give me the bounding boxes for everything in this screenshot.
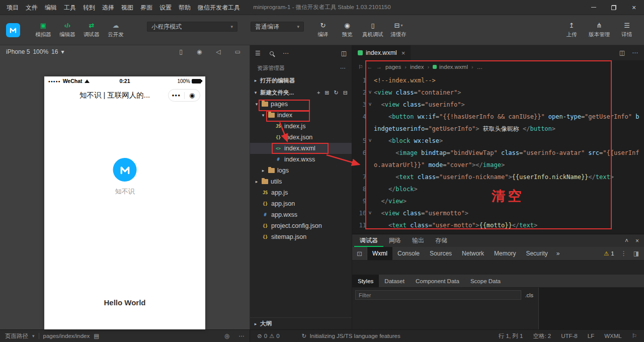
breadcrumb-item-…[interactable]: … xyxy=(477,64,483,70)
status-item[interactable]: LF xyxy=(588,333,594,339)
tree-item-index.json[interactable]: {}index.json xyxy=(250,132,352,143)
simulator-button[interactable]: ▣模拟器 xyxy=(32,19,54,42)
menu-item-视图[interactable]: 视图 xyxy=(118,0,137,15)
kebab-menu-icon[interactable]: ⋮ xyxy=(621,250,627,257)
collapse-all-icon[interactable]: ⊟ xyxy=(343,90,348,96)
preview-button[interactable]: ◉预览 xyxy=(336,19,358,42)
menu-item-文件[interactable]: 文件 xyxy=(22,0,41,15)
devtools-tab-sources[interactable]: Sources xyxy=(425,247,457,260)
device-selector[interactable]: iPhone 5 100% 16 ▾ xyxy=(6,48,64,55)
compile-button[interactable]: ↻编译 xyxy=(312,19,334,42)
problems-indicator[interactable]: ⊘ 0 ⚠ 0 xyxy=(257,332,280,339)
close-button[interactable]: × xyxy=(624,0,644,15)
refresh-icon[interactable]: ↻ xyxy=(334,90,339,96)
message-icon[interactable]: ▭ xyxy=(235,48,240,55)
status-item[interactable]: 空格: 2 xyxy=(533,332,551,340)
page-path-label[interactable]: 页面路径 xyxy=(5,332,28,340)
copy-path-icon[interactable]: ▤ xyxy=(94,332,99,339)
clear-cache-button[interactable]: ⊟▾清缓存 xyxy=(387,19,410,42)
menu-item-转到[interactable]: 转到 xyxy=(79,0,99,15)
version-manage-button[interactable]: ⋔版本管理 xyxy=(587,19,612,42)
tree-item-app.wxss[interactable]: #app.wxss xyxy=(250,209,352,220)
tree-item-pages[interactable]: ▾pages xyxy=(250,99,352,110)
devtools-tab-wxml[interactable]: Wxml xyxy=(367,247,392,260)
menu-item-项目[interactable]: 项目 xyxy=(3,0,22,15)
record-icon[interactable]: ◉ xyxy=(197,48,202,55)
tree-item-utils[interactable]: ▸utils xyxy=(250,176,352,187)
menu-item-编辑[interactable]: 编辑 xyxy=(41,0,60,15)
details-button[interactable]: ☰详情 xyxy=(616,19,638,42)
project-section[interactable]: ▾ 新建文件夹... + ⊞ ↻ ⊟ xyxy=(250,87,352,99)
menu-item-设置[interactable]: 设置 xyxy=(156,0,175,15)
styles-filter-input[interactable] xyxy=(355,290,521,300)
tree-item-sitemap.json[interactable]: {}sitemap.json xyxy=(250,231,352,242)
tree-item-app.json[interactable]: {}app.json xyxy=(250,198,352,209)
split-editor-icon[interactable]: ◫ xyxy=(619,49,625,56)
cloud-dev-button[interactable]: ☁云开发 xyxy=(105,19,127,42)
breadcrumb-item-pages[interactable]: pages xyxy=(385,64,401,70)
debugger-tab-网络[interactable]: 网络 xyxy=(383,234,407,247)
new-folder-icon[interactable]: ⊞ xyxy=(325,90,329,96)
tree-item-index.js[interactable]: JSindex.js xyxy=(250,121,352,132)
menu-item-选择[interactable]: 选择 xyxy=(99,0,118,15)
code-editor[interactable]: 1<!--index.wxml-->2˅<view class="contain… xyxy=(352,73,644,234)
tree-item-index[interactable]: ▾index xyxy=(250,110,352,121)
mode-select[interactable]: 小程序模式 ▾ xyxy=(147,22,237,32)
new-file-icon[interactable]: + xyxy=(317,90,320,96)
tree-item-project.config.json[interactable]: {}project.config.json xyxy=(250,220,352,231)
debugger-tab-输出[interactable]: 输出 xyxy=(407,234,430,247)
restore-button[interactable] xyxy=(604,0,624,15)
subtab-dataset[interactable]: Dataset xyxy=(379,275,410,287)
more-icon[interactable]: ⋯ xyxy=(239,332,245,339)
tree-item-index.wxss[interactable]: #index.wxss xyxy=(250,154,352,165)
tree-item-index.wxml[interactable]: <>index.wxml xyxy=(250,143,352,154)
alert-icon[interactable]: ⚐ xyxy=(632,332,637,339)
close-tab-icon[interactable]: × xyxy=(401,49,406,57)
open-editors-section[interactable]: ▸ 打开的编辑器 xyxy=(250,74,352,87)
upload-button[interactable]: ↥上传 xyxy=(560,19,583,42)
minimize-button[interactable] xyxy=(584,0,604,15)
status-item[interactable]: WXML xyxy=(604,333,622,339)
subtab-styles[interactable]: Styles xyxy=(352,275,379,287)
devtools-tab-console[interactable]: Console xyxy=(392,247,425,260)
debugger-button[interactable]: ⇄调试器 xyxy=(80,19,103,42)
list-icon[interactable]: ☰ xyxy=(255,50,261,57)
rotate-device-icon[interactable]: ▯ xyxy=(179,48,183,55)
dock-side-icon[interactable]: ◨ xyxy=(633,250,639,257)
debugger-tab-存储[interactable]: 存储 xyxy=(430,234,453,247)
editor-button[interactable]: ‹/›编辑器 xyxy=(56,19,78,42)
menu-item-帮助[interactable]: 帮助 xyxy=(175,0,194,15)
close-panel-icon[interactable]: × xyxy=(635,237,639,244)
menu-item-微信开发者工具[interactable]: 微信开发者工具 xyxy=(194,0,244,15)
more-actions-icon[interactable]: ⋯ xyxy=(632,49,638,56)
search-icon[interactable] xyxy=(270,51,274,55)
visibility-icon[interactable]: ◎ xyxy=(224,332,229,339)
devtools-tab-memory[interactable]: Memory xyxy=(489,247,521,260)
subtab-scope-data[interactable]: Scope Data xyxy=(465,275,506,287)
home-icon[interactable]: ◉ xyxy=(185,92,200,99)
more-menu-icon[interactable]: ●●● xyxy=(169,93,184,98)
overflow-tabs-icon[interactable]: » xyxy=(553,247,564,260)
mute-icon[interactable]: ◁ xyxy=(216,48,220,55)
devtools-warning-badge[interactable]: ⚠1 xyxy=(604,250,614,257)
debugger-tab-调试器[interactable]: 调试器 xyxy=(354,234,383,247)
devtools-tab-network[interactable]: Network xyxy=(457,247,489,260)
back-icon[interactable]: ← xyxy=(367,64,373,70)
subtab-component-data[interactable]: Component Data xyxy=(410,275,465,287)
tree-item-app.js[interactable]: JSapp.js xyxy=(250,187,352,198)
status-item[interactable]: 行 1, 列 1 xyxy=(499,332,523,340)
split-view-icon[interactable]: ◫ xyxy=(341,50,347,57)
bookmark-icon[interactable]: ⚐ xyxy=(358,64,363,70)
device-debug-button[interactable]: ▯真机调试 xyxy=(360,19,385,42)
outline-section[interactable]: ▸ 大纲 xyxy=(250,317,352,329)
tree-item-logs[interactable]: ▸logs xyxy=(250,165,352,176)
devtools-tab-security[interactable]: Security xyxy=(521,247,552,260)
status-item[interactable]: UTF-8 xyxy=(561,333,578,339)
compile-select[interactable]: 普通编译 ▾ xyxy=(251,22,304,32)
tab-index-wxml[interactable]: index.wxml × xyxy=(352,45,411,60)
collapse-panel-icon[interactable]: ˄ xyxy=(625,237,628,244)
menu-item-工具[interactable]: 工具 xyxy=(60,0,79,15)
cls-toggle[interactable]: .cls xyxy=(525,292,536,298)
more-icon[interactable]: ⋯ xyxy=(283,50,289,57)
more-icon[interactable]: ⋯ xyxy=(340,65,352,71)
